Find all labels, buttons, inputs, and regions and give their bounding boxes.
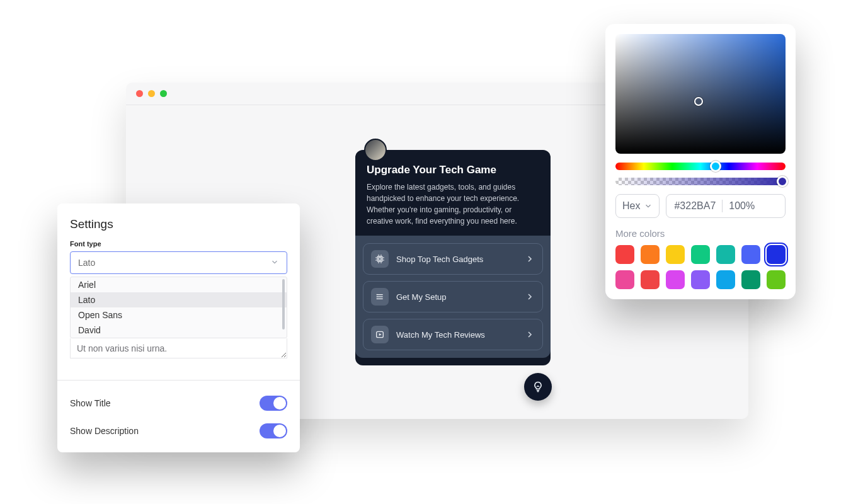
swatch-grid [615, 245, 786, 289]
show-description-toggle[interactable] [260, 423, 287, 438]
color-swatch[interactable] [741, 270, 760, 289]
font-option-ariel[interactable]: Ariel [71, 277, 287, 292]
play-icon [371, 326, 389, 343]
font-type-select[interactable]: Lato [70, 251, 287, 274]
color-swatch[interactable] [767, 270, 786, 289]
upgrade-card-body: Shop Top Tech Gadgets Get My Setup Wat [355, 236, 551, 358]
color-swatch[interactable] [641, 245, 660, 264]
color-mode-select[interactable]: Hex [615, 194, 660, 218]
help-fab[interactable] [524, 373, 552, 401]
alpha-slider[interactable] [615, 178, 786, 185]
chevron-right-icon [525, 254, 535, 264]
color-swatch[interactable] [767, 245, 786, 264]
upgrade-item-label: Shop Top Tech Gadgets [396, 255, 517, 264]
description-textarea[interactable]: Ut non varius nisi urna. [70, 338, 287, 358]
svg-marker-9 [379, 333, 382, 336]
font-type-dropdown: Ariel Lato Open Sans David [70, 277, 287, 338]
more-colors-label: More colors [615, 228, 786, 239]
upgrade-card-header: Upgrade Your Tech Game Explore the lates… [355, 150, 551, 236]
chevron-right-icon [525, 329, 535, 340]
svg-point-6 [377, 296, 378, 297]
svg-rect-1 [379, 258, 381, 260]
upgrade-card: Upgrade Your Tech Game Explore the lates… [355, 150, 551, 365]
color-swatch[interactable] [716, 245, 735, 264]
divider [57, 380, 300, 381]
svg-point-5 [377, 294, 378, 295]
svg-rect-0 [377, 256, 382, 261]
hue-slider-handle[interactable] [710, 161, 721, 172]
dropdown-scrollbar[interactable] [282, 279, 285, 329]
upgrade-card-title: Upgrade Your Tech Game [367, 164, 539, 176]
color-picker-panel: Hex #322BA7 100% More colors [605, 24, 796, 299]
settings-title: Settings [70, 217, 287, 231]
hue-slider[interactable] [615, 163, 786, 170]
settings-panel: Settings Font type Lato Ariel Lato Open … [57, 203, 300, 452]
font-option-david[interactable]: David [71, 323, 287, 338]
upgrade-item-shop[interactable]: Shop Top Tech Gadgets [363, 243, 543, 275]
upgrade-item-label: Watch My Tech Reviews [396, 330, 517, 340]
window-maximize-dot[interactable] [160, 90, 167, 97]
font-option-open-sans[interactable]: Open Sans [71, 307, 287, 323]
color-swatch[interactable] [615, 245, 634, 264]
opacity-value: 100% [729, 200, 755, 212]
saturation-value-area[interactable] [615, 34, 786, 154]
color-swatch[interactable] [741, 245, 760, 264]
color-mode-value: Hex [622, 200, 640, 212]
separator [722, 200, 723, 212]
lightbulb-icon [532, 381, 544, 393]
color-picker-handle[interactable] [694, 97, 703, 106]
show-title-label: Show Title [70, 398, 111, 408]
color-swatch[interactable] [615, 270, 634, 289]
upgrade-item-label: Get My Setup [396, 292, 517, 302]
font-type-selected-value: Lato [78, 258, 95, 268]
show-description-row: Show Description [70, 417, 287, 445]
font-type-label: Font type [70, 240, 287, 248]
upgrade-item-setup[interactable]: Get My Setup [363, 281, 543, 312]
chevron-right-icon [525, 292, 535, 302]
hex-input[interactable]: #322BA7 100% [666, 194, 786, 218]
show-description-label: Show Description [70, 426, 139, 436]
color-swatch[interactable] [691, 245, 710, 264]
layout-icon [371, 288, 389, 306]
color-swatch[interactable] [666, 245, 685, 264]
chevron-down-icon [644, 202, 653, 210]
window-close-dot[interactable] [136, 90, 143, 97]
hex-value: #322BA7 [674, 200, 716, 212]
upgrade-item-reviews[interactable]: Watch My Tech Reviews [363, 319, 543, 350]
color-swatch[interactable] [666, 270, 685, 289]
window-minimize-dot[interactable] [148, 90, 155, 97]
show-title-toggle[interactable] [260, 396, 287, 411]
avatar [364, 139, 387, 161]
upgrade-card-description: Explore the latest gadgets, tools, and g… [367, 181, 539, 227]
color-swatch[interactable] [716, 270, 735, 289]
color-swatch[interactable] [691, 270, 710, 289]
show-title-row: Show Title [70, 389, 287, 417]
chevron-down-icon [270, 258, 279, 268]
color-swatch[interactable] [641, 270, 660, 289]
svg-point-7 [377, 299, 378, 300]
alpha-slider-handle[interactable] [777, 176, 788, 187]
cpu-icon [371, 250, 389, 268]
font-option-lato[interactable]: Lato [71, 292, 287, 307]
